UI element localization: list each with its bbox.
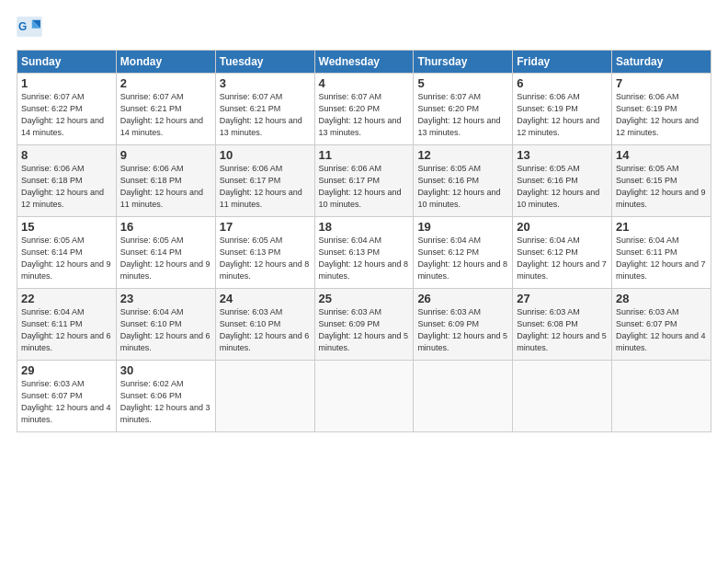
table-row: 10 Sunrise: 6:06 AM Sunset: 6:17 PM Dayl… (215, 145, 314, 217)
day-number: 14 (616, 148, 707, 162)
day-number: 26 (417, 292, 508, 305)
day-info: Sunrise: 6:03 AM Sunset: 6:10 PM Dayligh… (220, 306, 311, 354)
day-number: 1 (21, 76, 112, 90)
day-number: 7 (616, 76, 707, 90)
day-info: Sunrise: 6:06 AM Sunset: 6:19 PM Dayligh… (616, 91, 707, 139)
calendar-week-row: 29 Sunrise: 6:03 AM Sunset: 6:07 PM Dayl… (17, 361, 711, 432)
calendar-week-row: 15 Sunrise: 6:05 AM Sunset: 6:14 PM Dayl… (17, 217, 711, 289)
table-row: 9 Sunrise: 6:06 AM Sunset: 6:18 PM Dayli… (116, 145, 215, 217)
calendar: Sunday Monday Tuesday Wednesday Thursday… (17, 50, 711, 432)
day-info: Sunrise: 6:07 AM Sunset: 6:22 PM Dayligh… (21, 91, 112, 139)
day-number: 30 (120, 363, 211, 377)
table-row: 8 Sunrise: 6:06 AM Sunset: 6:18 PM Dayli… (17, 145, 117, 217)
table-row: 18 Sunrise: 6:04 AM Sunset: 6:13 PM Dayl… (314, 217, 414, 289)
table-row: 27 Sunrise: 6:03 AM Sunset: 6:08 PM Dayl… (513, 289, 612, 361)
day-number: 27 (517, 292, 608, 305)
day-info: Sunrise: 6:05 AM Sunset: 6:15 PM Dayligh… (616, 163, 707, 211)
calendar-week-row: 1 Sunrise: 6:07 AM Sunset: 6:22 PM Dayli… (17, 74, 711, 145)
day-info: Sunrise: 6:06 AM Sunset: 6:18 PM Dayligh… (21, 163, 112, 211)
day-number: 5 (417, 76, 508, 90)
table-row: 17 Sunrise: 6:05 AM Sunset: 6:13 PM Dayl… (215, 217, 314, 289)
day-info: Sunrise: 6:05 AM Sunset: 6:16 PM Dayligh… (417, 163, 508, 211)
col-thursday: Thursday (414, 51, 513, 74)
page: G Sunday Monday Tuesday Wednesday Thursd… (0, 0, 728, 442)
day-number: 8 (21, 148, 112, 162)
day-info: Sunrise: 6:07 AM Sunset: 6:20 PM Dayligh… (417, 91, 508, 139)
day-info: Sunrise: 6:02 AM Sunset: 6:06 PM Dayligh… (120, 378, 211, 426)
header: G (17, 17, 711, 37)
day-number: 16 (120, 220, 211, 234)
day-info: Sunrise: 6:04 AM Sunset: 6:11 PM Dayligh… (21, 306, 112, 354)
table-row: 1 Sunrise: 6:07 AM Sunset: 6:22 PM Dayli… (17, 74, 117, 145)
table-row: 26 Sunrise: 6:03 AM Sunset: 6:09 PM Dayl… (414, 289, 513, 361)
day-number: 13 (517, 148, 608, 162)
col-sunday: Sunday (17, 51, 117, 74)
day-info: Sunrise: 6:04 AM Sunset: 6:13 PM Dayligh… (319, 235, 410, 282)
table-row: 15 Sunrise: 6:05 AM Sunset: 6:14 PM Dayl… (17, 217, 117, 289)
day-number: 18 (319, 220, 410, 234)
table-row: 24 Sunrise: 6:03 AM Sunset: 6:10 PM Dayl… (215, 289, 314, 361)
day-info: Sunrise: 6:06 AM Sunset: 6:17 PM Dayligh… (319, 163, 410, 211)
logo: G (17, 17, 46, 37)
calendar-week-row: 22 Sunrise: 6:04 AM Sunset: 6:11 PM Dayl… (17, 289, 711, 361)
day-info: Sunrise: 6:05 AM Sunset: 6:13 PM Dayligh… (220, 235, 311, 282)
day-number: 11 (319, 148, 410, 162)
day-number: 25 (319, 292, 410, 305)
day-number: 4 (319, 76, 410, 90)
table-row: 12 Sunrise: 6:05 AM Sunset: 6:16 PM Dayl… (414, 145, 513, 217)
day-info: Sunrise: 6:03 AM Sunset: 6:08 PM Dayligh… (517, 306, 608, 354)
table-row: 2 Sunrise: 6:07 AM Sunset: 6:21 PM Dayli… (116, 74, 215, 145)
day-info: Sunrise: 6:06 AM Sunset: 6:18 PM Dayligh… (120, 163, 211, 211)
table-row: 21 Sunrise: 6:04 AM Sunset: 6:11 PM Dayl… (612, 217, 711, 289)
table-row: 13 Sunrise: 6:05 AM Sunset: 6:16 PM Dayl… (513, 145, 612, 217)
day-number: 12 (417, 148, 508, 162)
table-row: 30 Sunrise: 6:02 AM Sunset: 6:06 PM Dayl… (116, 361, 215, 432)
day-info: Sunrise: 6:07 AM Sunset: 6:21 PM Dayligh… (220, 91, 311, 139)
day-info: Sunrise: 6:03 AM Sunset: 6:09 PM Dayligh… (319, 306, 410, 354)
day-info: Sunrise: 6:03 AM Sunset: 6:09 PM Dayligh… (417, 306, 508, 354)
table-row: 6 Sunrise: 6:06 AM Sunset: 6:19 PM Dayli… (513, 74, 612, 145)
day-number: 3 (220, 76, 311, 90)
day-info: Sunrise: 6:03 AM Sunset: 6:07 PM Dayligh… (616, 306, 707, 354)
day-number: 21 (616, 220, 707, 234)
day-number: 2 (120, 76, 211, 90)
table-row (513, 361, 612, 432)
day-info: Sunrise: 6:04 AM Sunset: 6:12 PM Dayligh… (517, 235, 608, 282)
table-row: 3 Sunrise: 6:07 AM Sunset: 6:21 PM Dayli… (215, 74, 314, 145)
table-row: 20 Sunrise: 6:04 AM Sunset: 6:12 PM Dayl… (513, 217, 612, 289)
table-row: 23 Sunrise: 6:04 AM Sunset: 6:10 PM Dayl… (116, 289, 215, 361)
day-info: Sunrise: 6:04 AM Sunset: 6:10 PM Dayligh… (120, 306, 211, 354)
day-info: Sunrise: 6:04 AM Sunset: 6:12 PM Dayligh… (417, 235, 508, 282)
day-info: Sunrise: 6:04 AM Sunset: 6:11 PM Dayligh… (616, 235, 707, 282)
table-row: 11 Sunrise: 6:06 AM Sunset: 6:17 PM Dayl… (314, 145, 414, 217)
table-row: 7 Sunrise: 6:06 AM Sunset: 6:19 PM Dayli… (612, 74, 711, 145)
day-info: Sunrise: 6:05 AM Sunset: 6:16 PM Dayligh… (517, 163, 608, 211)
col-saturday: Saturday (612, 51, 711, 74)
day-number: 28 (616, 292, 707, 305)
calendar-header-row: Sunday Monday Tuesday Wednesday Thursday… (17, 51, 711, 74)
day-number: 19 (417, 220, 508, 234)
logo-icon: G (17, 17, 42, 37)
table-row: 14 Sunrise: 6:05 AM Sunset: 6:15 PM Dayl… (612, 145, 711, 217)
table-row: 16 Sunrise: 6:05 AM Sunset: 6:14 PM Dayl… (116, 217, 215, 289)
day-info: Sunrise: 6:06 AM Sunset: 6:19 PM Dayligh… (517, 91, 608, 139)
day-info: Sunrise: 6:07 AM Sunset: 6:21 PM Dayligh… (120, 91, 211, 139)
table-row (215, 361, 314, 432)
day-number: 15 (21, 220, 112, 234)
day-number: 9 (120, 148, 211, 162)
day-number: 17 (220, 220, 311, 234)
col-monday: Monday (116, 51, 215, 74)
col-friday: Friday (513, 51, 612, 74)
table-row: 5 Sunrise: 6:07 AM Sunset: 6:20 PM Dayli… (414, 74, 513, 145)
table-row: 29 Sunrise: 6:03 AM Sunset: 6:07 PM Dayl… (17, 361, 117, 432)
day-number: 10 (220, 148, 311, 162)
table-row: 4 Sunrise: 6:07 AM Sunset: 6:20 PM Dayli… (314, 74, 414, 145)
table-row (414, 361, 513, 432)
table-row: 28 Sunrise: 6:03 AM Sunset: 6:07 PM Dayl… (612, 289, 711, 361)
table-row: 19 Sunrise: 6:04 AM Sunset: 6:12 PM Dayl… (414, 217, 513, 289)
table-row: 22 Sunrise: 6:04 AM Sunset: 6:11 PM Dayl… (17, 289, 117, 361)
day-number: 20 (517, 220, 608, 234)
day-number: 24 (220, 292, 311, 305)
day-info: Sunrise: 6:05 AM Sunset: 6:14 PM Dayligh… (21, 235, 112, 282)
table-row (612, 361, 711, 432)
